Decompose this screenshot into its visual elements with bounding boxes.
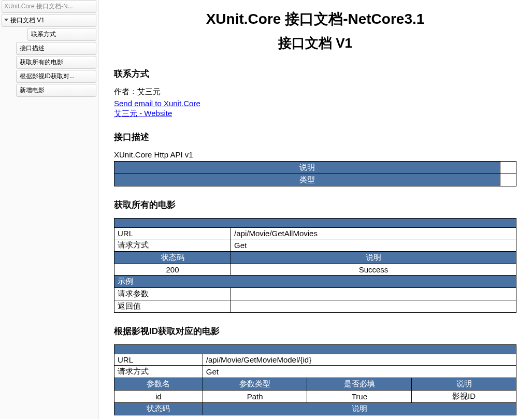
tree-items: 联系方式 接口描述 获取所有的电影 根据影视ID获取对... 新增电影 [2,28,96,97]
api2-status-header: 状态码 [114,403,203,415]
author-text: 作者：艾三元 [114,87,516,97]
api1-table: URL /api/Movie/GetAllMovies 请求方式 Get 状态码… [114,218,516,313]
api1-reqparams-value [231,288,516,300]
desc-row-label: 说明 [114,162,500,174]
api1-return-label: 返回值 [114,300,231,313]
api1-desc-header: 说明 [231,252,516,264]
tree-item-getall[interactable]: 获取所有的电影 [16,56,96,69]
sidebar-nav: XUnit.Core 接口文档-N... 接口文档 V1 联系方式 接口描述 获… [0,0,98,419]
api1-method-value: Get [231,239,516,252]
api2-table: URL /api/Movie/GetMovieModel/{id} 请求方式 G… [114,344,516,415]
api2-paramname-header: 参数名 [114,378,203,391]
api2-required-header: 是否必填 [307,378,412,391]
api-version-text: XUnit.Core Http API v1 [114,150,516,159]
api1-url-label: URL [114,228,231,239]
doc-title: XUnit.Core 接口文档-NetCore3.1 [114,9,516,29]
type-row-value [500,174,516,186]
api1-status-code: 200 [114,264,231,276]
api1-example-row: 示例 [114,276,516,288]
email-link[interactable]: Send email to Xunit.Core [114,99,516,108]
api1-reqparams-label: 请求参数 [114,288,231,300]
section-api1-heading: 获取所有的电影 [114,199,516,211]
api2-paramtype-header: 参数类型 [203,378,307,391]
api1-status-desc: Success [231,264,516,276]
tree-item-contact[interactable]: 联系方式 [27,28,96,41]
api1-return-value [231,300,516,313]
api2-method-label: 请求方式 [114,366,203,378]
tree-section-item[interactable]: 接口文档 V1 [2,14,96,27]
tree-item-addmovie[interactable]: 新增电影 [16,84,96,97]
api2-url-label: URL [114,354,203,366]
api2-param-desc: 影视ID [412,391,516,403]
api2-param-type: Path [203,391,307,403]
api2-param-required: True [307,391,412,403]
spacer [114,219,516,228]
api2-method-value: Get [203,366,516,378]
type-row-label: 类型 [114,174,500,186]
main-content: XUnit.Core 接口文档-NetCore3.1 接口文档 V1 联系方式 … [98,0,532,419]
api2-param-name: id [114,391,203,403]
tree-item-description[interactable]: 接口描述 [16,42,96,55]
api1-url-value: /api/Movie/GetAllMovies [231,228,516,239]
doc-subtitle: 接口文档 V1 [114,34,516,52]
api1-status-header: 状态码 [114,252,231,264]
tree-item-getbyid[interactable]: 根据影视ID获取对... [16,70,96,83]
spacer [114,345,516,354]
website-link[interactable]: 艾三元 - Website [114,109,516,119]
api2-url-value: /api/Movie/GetMovieModel/{id} [203,354,516,366]
section-contact-heading: 联系方式 [114,68,516,80]
tree-root-item[interactable]: XUnit.Core 接口文档-N... [2,0,96,13]
section-description-heading: 接口描述 [114,131,516,143]
api2-desc-header2: 说明 [203,403,516,415]
api1-method-label: 请求方式 [114,239,231,252]
api2-desc-header: 说明 [412,378,516,391]
section-api2-heading: 根据影视ID获取对应的电影 [114,325,516,337]
desc-row-value [500,162,516,174]
description-table: 说明 类型 [114,161,516,186]
